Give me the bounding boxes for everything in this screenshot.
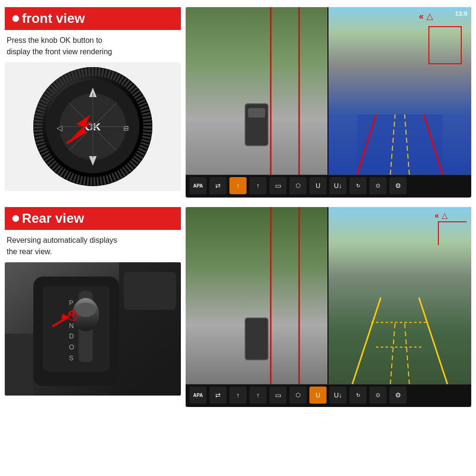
front-warn-icons: « △ [419,11,433,21]
front-right-col: « △ 13:0 [186,7,471,198]
rear-warn-icons: « △ [435,211,447,220]
rear-cam-btn[interactable]: ↑ [249,387,267,404]
page: front view Press the knob OK button to d… [0,0,476,476]
rear-desc-line2: the rear view. [7,248,52,256]
gear-svg: P R N D O S [5,262,181,396]
cam-icon-btn[interactable]: ⊙ [369,177,387,194]
detection-box [428,26,462,64]
svg-line-46 [419,298,447,384]
rear-arrows-btn[interactable]: ⇄ [209,387,227,404]
front-camera-display: « △ 13:0 [186,7,471,198]
rear-right-col: « △ [186,207,471,407]
rotate-btn[interactable]: ↻ [349,177,367,194]
surround-btn[interactable]: ▭ [269,177,287,194]
rear-detect-bracket [438,221,466,245]
svg-text:◁: ◁ [57,124,63,132]
svg-rect-20 [357,114,443,175]
warning-icon: △ [426,11,433,21]
svg-text:P: P [69,299,73,307]
settings-btn[interactable]: ⚙ [389,177,407,194]
front-desc-line2: display the front view rendering [7,48,112,56]
rear-park-active-btn[interactable]: U [309,387,327,404]
rear-header: Rear view [5,207,181,230]
rear-desc: Reversing automatically displays the rea… [5,235,181,258]
svg-point-30 [75,303,96,317]
svg-text:S: S [69,354,73,362]
rear-cam-icon-btn[interactable]: ⊙ [369,387,387,404]
rear-cam-btn2[interactable]: ↑ [249,177,267,194]
rear-triangle-icon: △ [442,211,447,220]
rear-park2-btn[interactable]: U↓ [329,387,347,404]
gear-image: P R N D O S [5,262,181,396]
svg-rect-41 [124,272,176,310]
rear-apa-btn[interactable]: APA [189,387,207,404]
apa-btn[interactable]: APA [189,177,207,194]
rear-header-text: Rear view [22,211,84,226]
arrows-btn[interactable]: ⇄ [209,177,227,194]
rear-left-col: Rear view Reversing automatically displa… [5,207,181,407]
rear-bullet [12,215,19,222]
front-bullet [12,15,19,22]
svg-text:N: N [69,322,74,329]
front-timestamp: 13:0 [455,10,467,17]
svg-rect-42 [5,334,33,396]
svg-line-47 [390,322,395,384]
svg-text:D: D [69,332,74,340]
rear-settings-btn[interactable]: ⚙ [389,387,407,404]
svg-rect-27 [43,286,109,372]
park2-btn[interactable]: U↓ [329,177,347,194]
front-desc: Press the knob OK button to display the … [5,35,181,58]
rear-view-section: Rear view Reversing automatically displa… [5,207,471,407]
front-view-section: front view Press the knob OK button to d… [5,7,471,198]
knob-image: OK ◁ ⊟ [5,62,181,191]
rear-camera-display: « △ [186,207,471,407]
svg-line-48 [405,322,409,384]
rear-surround-btn[interactable]: ▭ [269,387,287,404]
park-btn[interactable]: U [309,177,327,194]
front-desc-line1: Press the knob OK button to [7,36,102,44]
front-cam-btn[interactable]: ↑ [229,177,247,194]
rear-cam3-btn[interactable]: ⬡ [289,387,307,404]
rear-chevron-icon: « [435,211,439,220]
front-header-text: front view [22,11,85,26]
svg-text:O: O [69,343,74,351]
rear-rotate-btn[interactable]: ↻ [349,387,367,404]
svg-text:⊟: ⊟ [123,124,129,132]
rear-icon-bar: APA ⇄ ↑ ↑ ▭ ⬡ U U↓ ↻ ⊙ ⚙ [186,384,471,406]
rear-desc-line1: Reversing automatically displays [7,236,117,244]
rear-front-btn[interactable]: ↑ [229,387,247,404]
knob-svg: OK ◁ ⊟ [31,65,155,188]
front-left-col: front view Press the knob OK button to d… [5,7,181,198]
svg-line-45 [352,298,381,384]
front-icon-bar: APA ⇄ ↑ ↑ ▭ ⬡ U U↓ ↻ ⊙ ⚙ [186,175,471,196]
cam3-btn[interactable]: ⬡ [289,177,307,194]
front-header: front view [5,7,181,30]
chevron-left-icon: « [419,11,424,21]
